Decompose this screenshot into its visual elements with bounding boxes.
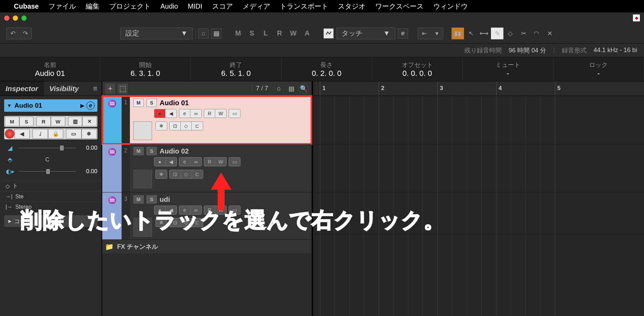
track-send-icon[interactable]: ◇ [181,218,192,227]
track-freeze-icon[interactable]: ❄ [156,122,167,130]
chord-section[interactable]: ▶コード [4,215,97,227]
track-write-button[interactable]: W [215,158,226,166]
volume-value[interactable]: 0.00 [79,145,97,151]
tab-visibility[interactable]: Visibility [44,81,85,96]
track-freeze-icon[interactable]: ❄ [156,218,167,227]
snap-button[interactable]: ▮▮ [452,28,464,39]
track-monitor-button[interactable]: ◀ [165,109,177,118]
monitor-button[interactable]: ◀ [15,129,30,139]
automation-button[interactable]: A [300,28,314,39]
delay-value[interactable]: 0.00 [79,168,97,175]
event-grid[interactable] [313,96,644,316]
menu-midi[interactable]: MIDI [188,2,202,10]
track-lanes-icon[interactable]: ▭ [229,206,240,214]
track-insert-icon[interactable]: ⊡ [170,218,181,227]
info-offset[interactable]: オフセット0. 0. 0. 0 [372,57,463,81]
menu-audio[interactable]: Audio [160,2,178,10]
volume-slider[interactable] [19,148,76,148]
read-all-button[interactable]: R [273,28,286,39]
track-send-icon[interactable]: ◇ [181,170,192,178]
read-button[interactable]: R [36,117,51,126]
tab-inspector[interactable]: Inspector [0,81,44,96]
track-solo-button[interactable]: S [146,99,157,107]
inspector-track-header[interactable]: ▼ Audio 01 ▶ e [4,99,97,112]
menu-transport[interactable]: トランスポート [280,2,328,11]
freeze-icon[interactable]: ✕ [82,117,97,126]
pan-value[interactable]: C [19,157,76,163]
track-write-button[interactable]: W [215,206,226,214]
add-track-button[interactable]: + [105,83,115,94]
output-routing[interactable]: |→Stereo [0,201,102,212]
redo-button[interactable]: ↷ [19,28,31,39]
track-monitor-button[interactable]: ◀ [165,158,177,166]
track-insert-icon[interactable]: ⊡ [170,122,181,130]
draw-tool[interactable]: ✎ [491,28,503,39]
track-infinity-icon[interactable]: ∞ [190,158,201,166]
track-insert-icon[interactable]: ⊡ [170,170,181,178]
track-name[interactable]: udi [160,196,170,204]
folder-track[interactable]: 📁 FX チャンネル [102,240,312,254]
track-preset-icon[interactable]: ⬚ [117,83,128,94]
track-e-button[interactable]: e [179,109,190,118]
track-record-button[interactable]: ● [154,158,165,166]
edit-channel-icon[interactable]: e [86,101,95,110]
autoscroll-icon[interactable]: ⇤ [418,28,430,39]
info-mute[interactable]: ミュート- [463,57,553,81]
track-mute-button[interactable]: M [133,195,144,204]
track-row[interactable]: ♒ 2 M S Audio 02 ●◀ e∞ RW ▭ [102,144,312,192]
track-freeze-icon[interactable]: ❄ [156,170,167,178]
track-row[interactable]: ♒ 3 M S udi ●◀ e∞ RW ▭ [102,192,312,240]
app-name[interactable]: Cubase [14,2,39,10]
freeze2-icon[interactable]: ❄ [82,129,97,139]
arrange-area[interactable]: 1 2 3 4 5 [313,81,644,316]
info-lock[interactable]: ロック- [553,57,644,81]
track-lanes-icon[interactable]: ▭ [229,158,240,166]
list2-icon[interactable]: ▤ [286,83,296,94]
info-start[interactable]: 開始6. 3. 1. 0 [100,57,191,81]
track-record-button[interactable]: ● [154,109,165,118]
minimize-button[interactable] [13,16,18,21]
config-dropdown[interactable]: 設定▼ [120,28,193,39]
menu-score[interactable]: スコア [212,2,233,11]
track-eq-icon[interactable]: ⊏ [192,218,203,227]
menu-media[interactable]: メディア [243,2,270,11]
track-solo-button[interactable]: S [146,195,157,204]
track-read-button[interactable]: R [204,158,215,166]
menu-window[interactable]: ウィンドウ [433,2,468,11]
listen-button[interactable]: L [259,28,273,39]
timebase-icon[interactable]: ♩ [32,129,48,139]
e-button[interactable]: e [398,28,408,39]
info-length[interactable]: 長さ0. 2. 0. 0 [282,57,372,81]
timeline-ruler[interactable]: 1 2 3 4 5 [313,81,644,96]
track-monitor-button[interactable]: ◀ [165,206,177,214]
mute-all-button[interactable]: M [231,28,245,39]
mute-tool[interactable]: ✕ [543,28,556,39]
erase-tool[interactable]: ◇ [504,28,517,39]
zoom-button[interactable] [21,16,27,21]
lock-icon[interactable]: 🔒 [48,129,63,139]
split-tool[interactable]: ✂ [517,28,530,39]
track-mute-button[interactable]: M [133,99,144,107]
lanes-icon[interactable]: ▥ [68,117,83,126]
lane-icon[interactable]: ▭ [66,129,81,139]
solo-all-button[interactable]: S [245,28,259,39]
input-routing[interactable]: →|Ste [0,191,102,201]
automation-mode-dropdown[interactable]: タッチ▼ [337,28,395,39]
track-eq-icon[interactable]: ⊏ [192,122,203,130]
tab-menu-icon[interactable]: ≡ [89,81,102,96]
track-e-button[interactable]: e [179,158,190,166]
track-solo-button[interactable]: S [146,147,157,155]
track-read-button[interactable]: R [204,206,215,214]
list-icon[interactable]: ▤ [211,28,221,39]
track-name[interactable]: Audio 02 [160,147,189,155]
undo-button[interactable]: ↶ [7,28,19,39]
range-tool[interactable]: ⟷ [478,28,490,39]
close-button[interactable] [4,16,9,21]
track-read-button[interactable]: R [204,109,215,118]
track-send-icon[interactable]: ◇ [181,122,192,130]
routing-item[interactable]: ◇ト [0,181,102,191]
menu-project[interactable]: プロジェクト [109,2,151,11]
automation-panel-icon[interactable] [323,28,334,39]
info-end[interactable]: 終了6. 5. 1. 0 [191,57,281,81]
track-infinity-icon[interactable]: ∞ [190,109,201,118]
